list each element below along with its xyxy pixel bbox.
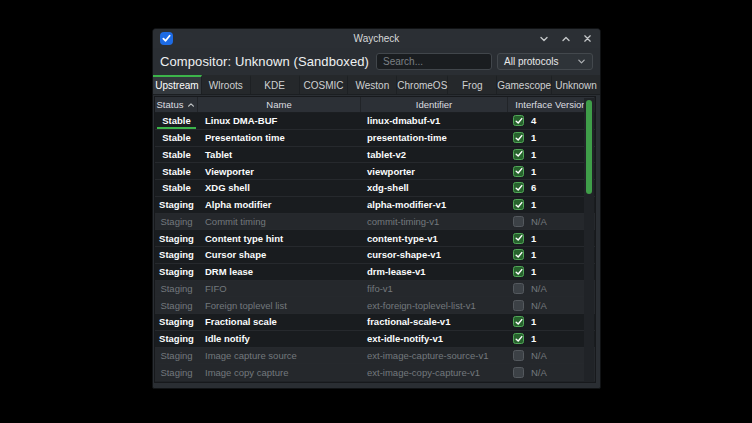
protocol-table: Status Name Identifier Interface Version… <box>154 96 596 383</box>
status-cell: Staging <box>155 197 198 213</box>
table-row[interactable]: StablePresentation timepresentation-time… <box>155 130 595 147</box>
tab-chromeos[interactable]: ChromeOS <box>397 75 448 94</box>
identifier-cell: fifo-v1 <box>361 281 508 297</box>
version-value: N/A <box>531 350 547 361</box>
status-cell: Stable <box>155 113 198 129</box>
chevron-down-icon <box>539 34 549 44</box>
name-cell: Idle notify <box>198 331 361 347</box>
table-row[interactable]: StagingCommit timingcommit-timing-v1N/A <box>155 214 595 231</box>
tab-unknown[interactable]: Unknown <box>552 75 600 94</box>
protocol-filter-value: All protocols <box>504 56 558 67</box>
checkbox-unchecked-icon <box>513 216 524 227</box>
table-row[interactable]: StagingCursor shapecursor-shape-v11 <box>155 247 595 264</box>
table-row[interactable]: StableTablettablet-v21 <box>155 147 595 164</box>
version-value: 1 <box>531 333 536 344</box>
table-row[interactable]: StagingFIFOfifo-v1N/A <box>155 281 595 298</box>
version-value: N/A <box>531 283 547 294</box>
sort-ascending-icon <box>187 101 195 109</box>
table-row[interactable]: StableViewporterviewporter1 <box>155 163 595 180</box>
version-value: 1 <box>531 132 536 143</box>
chevron-up-icon <box>561 34 571 44</box>
status-cell: Staging <box>155 314 198 330</box>
name-cell: Presentation time <box>198 130 361 146</box>
interface-version-cell: 1 <box>508 264 595 280</box>
interface-version-cell: 1 <box>508 247 595 263</box>
name-cell: XDG shell <box>198 180 361 196</box>
interface-version-cell: 1 <box>508 331 595 347</box>
table-row[interactable]: StagingIdle notifyext-idle-notify-v11 <box>155 331 595 348</box>
version-value: 1 <box>531 199 536 210</box>
identifier-cell: ext-image-capture-source-v1 <box>361 348 508 364</box>
column-header-interface-version[interactable]: Interface Version <box>508 97 595 112</box>
close-button[interactable] <box>582 33 593 44</box>
name-cell: Commit timing <box>198 214 361 230</box>
table-row[interactable]: StagingImage capture sourceext-image-cap… <box>155 348 595 365</box>
version-value: 1 <box>531 266 536 277</box>
identifier-cell: viewporter <box>361 163 508 179</box>
version-value: 4 <box>531 115 536 126</box>
tab-kde[interactable]: KDE <box>251 75 300 94</box>
status-cell: Stable <box>155 130 198 146</box>
minimize-button[interactable] <box>538 33 549 44</box>
checkbox-checked-icon <box>513 316 524 327</box>
checkbox-checked-icon <box>513 132 524 143</box>
waycheck-window: Waycheck Compositor: Unknown (Sandboxed) <box>152 28 601 389</box>
search-input[interactable] <box>376 53 492 70</box>
toolbar: Compositor: Unknown (Sandboxed) All prot… <box>153 48 600 75</box>
name-cell: Tablet <box>198 147 361 163</box>
checkbox-unchecked-icon <box>513 367 524 378</box>
table-row[interactable]: StagingImage copy captureext-image-copy-… <box>155 364 595 381</box>
vertical-scrollbar[interactable] <box>584 98 594 381</box>
interface-version-cell: 1 <box>508 130 595 146</box>
table-row[interactable]: StableXDG shellxdg-shell6 <box>155 180 595 197</box>
interface-version-cell: 1 <box>508 314 595 330</box>
scrollbar-thumb[interactable] <box>586 100 592 194</box>
status-cell: Staging <box>155 214 198 230</box>
interface-version-cell: N/A <box>508 214 595 230</box>
table-row[interactable]: StagingContent type hintcontent-type-v11 <box>155 230 595 247</box>
version-value: 1 <box>531 316 536 327</box>
tab-weston[interactable]: Weston <box>348 75 397 94</box>
column-header-name[interactable]: Name <box>198 97 361 112</box>
identifier-cell: content-type-v1 <box>361 230 508 246</box>
chevron-down-icon <box>577 57 586 66</box>
status-cell: Staging <box>155 297 198 313</box>
table-row[interactable]: StableLinux DMA-BUFlinux-dmabuf-v14 <box>155 113 595 130</box>
table-header: Status Name Identifier Interface Version <box>155 97 595 113</box>
identifier-cell: tablet-v2 <box>361 147 508 163</box>
tab-gamescope[interactable]: Gamescope <box>497 75 552 94</box>
titlebar[interactable]: Waycheck <box>153 29 600 48</box>
protocol-filter-dropdown[interactable]: All protocols <box>497 53 593 70</box>
tab-wlroots[interactable]: Wlroots <box>202 75 251 94</box>
tab-frog[interactable]: Frog <box>448 75 497 94</box>
version-value: 1 <box>531 166 536 177</box>
interface-version-cell: N/A <box>508 348 595 364</box>
checkbox-checked-icon <box>513 115 524 126</box>
protocol-table-body: StableLinux DMA-BUFlinux-dmabuf-v14Stabl… <box>155 113 595 381</box>
checkbox-checked-icon <box>513 149 524 160</box>
table-row[interactable]: StagingFractional scalefractional-scale-… <box>155 314 595 331</box>
status-cell: Staging <box>155 247 198 263</box>
checkbox-checked-icon <box>513 333 524 344</box>
table-row[interactable]: StagingDRM leasedrm-lease-v11 <box>155 264 595 281</box>
interface-version-cell: N/A <box>508 297 595 313</box>
identifier-cell: fractional-scale-v1 <box>361 314 508 330</box>
version-value: N/A <box>531 216 547 227</box>
tab-bar: UpstreamWlrootsKDECOSMICWestonChromeOSFr… <box>153 75 600 95</box>
table-row[interactable]: StagingForeign toplevel listext-foreign-… <box>155 297 595 314</box>
version-value: N/A <box>531 367 547 378</box>
checkbox-checked-icon <box>513 233 524 244</box>
maximize-button[interactable] <box>560 33 571 44</box>
column-header-identifier[interactable]: Identifier <box>361 97 508 112</box>
name-cell: Cursor shape <box>198 247 361 263</box>
identifier-cell: cursor-shape-v1 <box>361 247 508 263</box>
tab-upstream[interactable]: Upstream <box>153 75 202 94</box>
interface-version-cell: 1 <box>508 197 595 213</box>
checkbox-unchecked-icon <box>513 350 524 361</box>
identifier-cell: xdg-shell <box>361 180 508 196</box>
table-row[interactable]: StagingAlpha modifieralpha-modifier-v11 <box>155 197 595 214</box>
identifier-cell: ext-foreign-toplevel-list-v1 <box>361 297 508 313</box>
tab-cosmic[interactable]: COSMIC <box>300 75 349 94</box>
column-header-status[interactable]: Status <box>155 97 198 112</box>
version-value: 1 <box>531 149 536 160</box>
